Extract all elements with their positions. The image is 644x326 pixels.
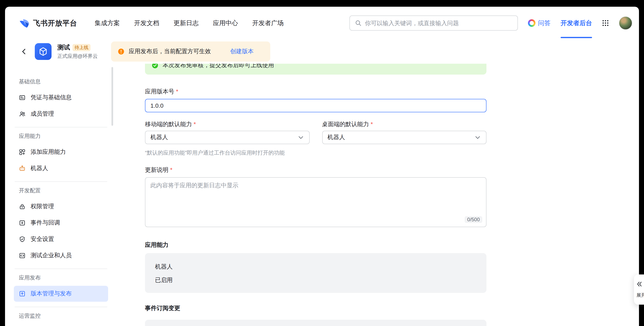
sidebar-item-add-capability[interactable]: 添加应用能力 — [14, 144, 108, 160]
mobile-capability-select[interactable]: 机器人 — [145, 131, 310, 144]
nav-app-center[interactable]: 应用中心 — [213, 19, 238, 27]
sidebar-divider — [15, 268, 107, 269]
mobile-capability-label: 移动端的默认能力* — [145, 120, 310, 128]
main-content: 本次发布免审核，提交发布后即可上线使用 应用版本号* 移动端的默认能力* 机器人 — [113, 64, 639, 326]
sidebar-item-label: 机器人 — [30, 165, 48, 172]
sidebar-item-label: 版本管理与发布 — [30, 290, 72, 298]
status-badge: 待上线 — [72, 44, 90, 51]
app-info: 测试 待上线 正式应用@环界云 — [58, 43, 98, 60]
desktop-capability-field: 桌面端的默认能力* 机器人 — [322, 120, 486, 144]
robot-icon — [19, 165, 26, 172]
sidebar-item-label: 添加应用能力 — [30, 148, 66, 156]
warning-text: 应用发布后，当前配置方可生效 — [129, 48, 211, 55]
char-counter: 0/500 — [465, 216, 482, 223]
sidebar-divider — [15, 127, 107, 128]
desktop-capability-value: 机器人 — [328, 134, 345, 141]
capability-status: 已启用 — [155, 276, 476, 284]
shield-check-icon — [19, 236, 26, 242]
search-icon — [355, 20, 362, 26]
version-label: 应用版本号* — [145, 87, 486, 96]
sidebar-item-label: 成员管理 — [30, 110, 54, 118]
user-avatar[interactable] — [619, 16, 632, 30]
brand-name: 飞书开放平台 — [33, 18, 77, 28]
sidebar-section-capability: 应用能力 — [19, 132, 108, 140]
sidebar-item-members[interactable]: 成员管理 — [14, 106, 108, 122]
version-input[interactable] — [145, 99, 486, 112]
default-capability-row: 移动端的默认能力* 机器人 桌面端的默认能力* — [145, 120, 486, 144]
success-banner: 本次发布免审核，提交发布后即可上线使用 — [145, 64, 486, 74]
required-mark: * — [370, 120, 373, 128]
screen: 飞书开放平台 集成方案 开发文档 更新日志 应用中心 开发者广场 问答 — [0, 0, 644, 326]
back-icon — [20, 48, 27, 55]
desktop-capability-select[interactable]: 机器人 — [322, 131, 486, 144]
main-nav: 集成方案 开发文档 更新日志 应用中心 开发者广场 — [95, 19, 284, 27]
sidebar-item-label: 凭证与基础信息 — [30, 94, 72, 102]
mobile-capability-field: 移动端的默认能力* 机器人 — [145, 120, 310, 144]
back-button[interactable] — [19, 46, 29, 56]
update-notes-label: 更新说明* — [145, 166, 486, 174]
sidebar-section-dev-config: 开发配置 — [19, 187, 108, 194]
nav-changelog[interactable]: 更新日志 — [174, 19, 198, 27]
expand-panel-handle[interactable]: 展开 — [634, 274, 644, 305]
sidebar-item-test-org[interactable]: 测试企业和人员 — [14, 248, 108, 264]
sidebar-item-label: 安全设置 — [30, 236, 54, 243]
tab-developer-console[interactable]: 开发者后台 — [560, 7, 592, 40]
sidebar-scrollbar[interactable] — [112, 67, 113, 126]
sidebar-item-version-release[interactable]: 版本管理与发布 — [14, 286, 108, 302]
nav-dev-marketplace[interactable]: 开发者广场 — [252, 19, 284, 27]
brand-logo[interactable]: 飞书开放平台 — [19, 18, 77, 28]
sidebar-item-label: 事件与回调 — [30, 219, 60, 227]
app-window: 飞书开放平台 集成方案 开发文档 更新日志 应用中心 开发者广场 问答 — [5, 7, 639, 326]
qa-icon — [528, 19, 536, 27]
update-notes-wrap: 0/500 — [145, 177, 486, 227]
create-version-link[interactable]: 创建版本 — [230, 48, 254, 55]
header-right: 问答 开发者后台 — [528, 7, 632, 40]
sidebar-divider — [15, 307, 107, 307]
warning-icon — [118, 48, 124, 55]
sidebar-item-events-callbacks[interactable]: 事件与回调 — [14, 215, 108, 231]
update-notes-textarea[interactable] — [145, 177, 486, 227]
event-subscription-title: 事件订阅变更 — [145, 304, 486, 312]
event-callback-icon — [19, 220, 26, 226]
top-header: 飞书开放平台 集成方案 开发文档 更新日志 应用中心 开发者广场 问答 — [5, 7, 639, 40]
collapse-icon — [636, 281, 643, 288]
nav-docs[interactable]: 开发文档 — [134, 19, 159, 27]
body: 基础信息 凭证与基础信息 成员管理 — [5, 64, 639, 326]
form-column: 本次发布免审核，提交发布后即可上线使用 应用版本号* 移动端的默认能力* 机器人 — [145, 64, 486, 326]
sidebar-item-permissions[interactable]: 权限管理 — [14, 198, 108, 214]
app-name: 测试 — [58, 43, 70, 51]
desktop-capability-label: 桌面端的默认能力* — [322, 120, 486, 128]
sidebar-divider — [15, 182, 107, 182]
sidebar-section-ops-monitor: 运营监控 — [19, 312, 108, 320]
success-check-icon — [152, 64, 158, 69]
nav-integration[interactable]: 集成方案 — [95, 19, 120, 27]
sidebar-item-label: 测试企业和人员 — [30, 252, 72, 260]
required-mark: * — [170, 166, 172, 174]
lock-icon — [19, 203, 26, 210]
capability-name: 机器人 — [155, 262, 476, 271]
expand-label: 展开 — [636, 292, 644, 298]
qa-button[interactable]: 问答 — [528, 19, 550, 27]
qa-label: 问答 — [538, 19, 550, 27]
sidebar-section-basic: 基础信息 — [19, 78, 108, 86]
apps-grid-icon — [602, 20, 609, 26]
chevron-down-icon — [474, 134, 481, 141]
sidebar-item-security[interactable]: 安全设置 — [14, 231, 108, 247]
apps-grid-button[interactable] — [602, 20, 609, 26]
members-icon — [19, 110, 26, 117]
global-search[interactable] — [350, 16, 518, 30]
id-card-icon — [19, 94, 26, 101]
sidebar-item-credentials[interactable]: 凭证与基础信息 — [14, 90, 108, 106]
search-input[interactable] — [365, 20, 512, 26]
capability-hint: “默认的应用功能”即用户通过工作台访问应用时打开的功能 — [145, 149, 486, 156]
sidebar-item-bot[interactable]: 机器人 — [14, 160, 108, 176]
mobile-capability-value: 机器人 — [150, 134, 168, 141]
chevron-down-icon — [297, 134, 304, 141]
feishu-logo-icon — [19, 18, 30, 28]
capability-summary-box: 机器人 已启用 — [145, 253, 486, 293]
app-capability-title: 应用能力 — [145, 240, 486, 249]
required-mark: * — [176, 87, 178, 96]
required-mark: * — [194, 120, 196, 128]
publish-icon — [19, 290, 26, 297]
event-subscription-box — [145, 320, 486, 326]
